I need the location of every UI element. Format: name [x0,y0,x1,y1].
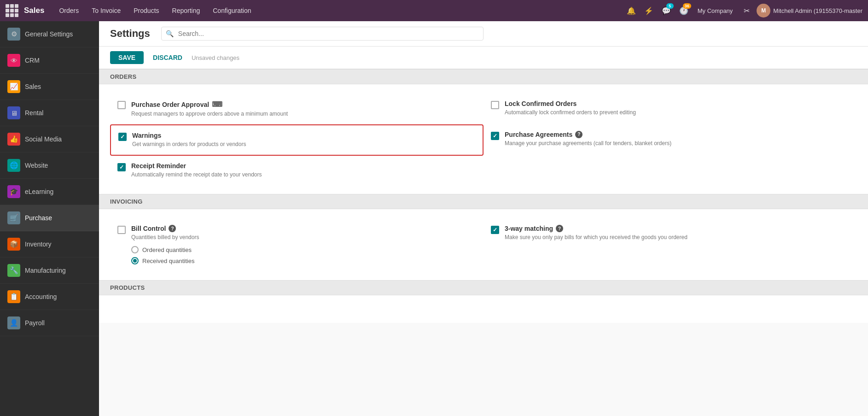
checkbox-purchase-agreements[interactable] [491,132,499,140]
nav-reporting[interactable]: Reporting [167,0,206,21]
setting-text-purchase-order-approval: Purchase Order Approval ⌨ Request manage… [131,100,288,118]
avatar: M [757,4,770,18]
sidebar-label-website: Website [25,162,48,169]
checkbox-lock-confirmed-orders[interactable] [491,101,499,109]
setting-desc-receipt-reminder: Automatically remind the receipt date to… [131,171,262,179]
company-name: My Company [698,7,733,14]
sidebar-item-accounting[interactable]: 📋 Accounting [0,284,99,310]
sidebar-item-payroll[interactable]: 👤 Payroll [0,310,99,336]
setting-title-warnings: Warnings [132,132,161,139]
sidebar-icon-payroll: 👤 [7,316,20,329]
settings-content: Orders Purchase Order Approval ⌨ Request… [99,69,868,416]
content-area: Settings 🔍 SAVE DISCARD Unsaved changes … [99,21,868,416]
sidebar-icon-sales: 📈 [7,80,20,93]
products-section-body [99,295,868,323]
sidebar-icon-rental: 🖥 [7,106,20,119]
unsaved-label: Unsaved changes [192,54,239,61]
setting-sublabel-bill-control: Quantities billed by vendors [131,234,199,241]
clock-badge: 36 [683,3,691,9]
setting-lock-confirmed-orders: Lock Confirmed Orders Automatically lock… [484,94,857,124]
radio-circle-received[interactable] [131,257,139,264]
sidebar-item-purchase[interactable]: 🛒 Purchase [0,205,99,231]
nav-configuration[interactable]: Configuration [207,0,256,21]
help-icon-three-way-matching[interactable]: ? [556,225,563,232]
setting-warnings: Warnings Get warnings in orders for prod… [110,124,484,156]
sidebar-icon-general-settings: ⚙ [7,28,20,41]
setting-text-bill-control: Bill Control ? Quantities billed by vend… [131,225,199,264]
setting-title-lock-confirmed-orders: Lock Confirmed Orders [505,100,577,107]
sidebar-item-manufacturing[interactable]: 🔧 Manufacturing [0,258,99,284]
nav-to-invoice[interactable]: To Invoice [86,0,126,21]
settings-header: Settings 🔍 [99,21,868,47]
sidebar-label-accounting: Accounting [25,293,57,300]
sidebar-label-purchase: Purchase [25,214,52,222]
sidebar-item-crm[interactable]: 👁 CRM [0,47,99,74]
products-section-header: Products [99,280,868,295]
checkbox-bill-control[interactable] [117,226,126,234]
page-title: Settings [110,28,150,40]
sidebar-item-social-media[interactable]: 👍 Social Media [0,126,99,152]
sidebar-icon-social-media: 👍 [7,133,20,146]
main-layout: ⚙ General Settings 👁 CRM 📈 Sales 🖥 Renta… [0,21,868,416]
sidebar-item-sales[interactable]: 📈 Sales [0,74,99,100]
radio-ordered-quantities[interactable]: Ordered quantities [131,246,199,253]
setting-bill-control: Bill Control ? Quantities billed by vend… [110,218,484,271]
sidebar-item-inventory[interactable]: 📦 Inventory [0,231,99,258]
setting-title-receipt-reminder: Receipt Reminder [131,162,186,170]
search-wrapper: 🔍 [161,27,484,41]
setting-title-purchase-agreements: Purchase Agreements [505,131,572,138]
checkbox-three-way-matching[interactable] [491,226,499,234]
sidebar-icon-accounting: 📋 [7,290,20,303]
sidebar-icon-crm: 👁 [7,54,20,67]
activity-icon[interactable]: ⚡ [641,3,656,18]
setting-desc-purchase-order-approval: Request managers to approve orders above… [131,110,288,118]
bell-icon[interactable]: 🔔 [624,3,639,18]
bill-control-radio-group: Ordered quantities Received quantities [131,246,199,264]
sidebar-item-elearning[interactable]: 🎓 eLearning [0,179,99,205]
checkbox-receipt-reminder[interactable] [117,163,126,171]
setting-text-warnings: Warnings Get warnings in orders for prod… [132,132,246,148]
action-bar: SAVE DISCARD Unsaved changes [99,47,868,69]
nav-products[interactable]: Products [128,0,164,21]
search-bar-area: 🔍 [161,27,857,41]
setting-title-purchase-order-approval: Purchase Order Approval [131,101,209,108]
help-icon-purchase-agreements[interactable]: ? [575,131,583,138]
radio-circle-ordered[interactable] [131,246,139,253]
sidebar: ⚙ General Settings 👁 CRM 📈 Sales 🖥 Renta… [0,21,99,416]
setting-purchase-agreements: Purchase Agreements ? Manage your purcha… [484,124,857,156]
sidebar-label-social-media: Social Media [25,135,62,143]
invoicing-settings-grid: Bill Control ? Quantities billed by vend… [110,218,857,271]
setting-desc-warnings: Get warnings in orders for products or v… [132,141,246,148]
setting-desc-purchase-agreements: Manage your purchase agreements (call fo… [505,140,671,147]
sidebar-icon-manufacturing: 🔧 [7,264,20,277]
user-menu[interactable]: M Mitchell Admin (19155370-master [757,4,862,18]
sidebar-label-inventory: Inventory [25,240,52,248]
nav-orders[interactable]: Orders [53,0,84,21]
search-input[interactable] [161,27,484,41]
sidebar-item-general-settings[interactable]: ⚙ General Settings [0,21,99,47]
radio-label-ordered: Ordered quantities [142,246,192,253]
chat-icon[interactable]: 💬 5 [659,3,674,18]
sidebar-item-website[interactable]: 🌐 Website [0,152,99,179]
top-nav: Sales Orders To Invoice Products Reporti… [0,0,868,21]
setting-desc-three-way-matching: Make sure you only pay bills for which y… [505,234,687,241]
sidebar-item-rental[interactable]: 🖥 Rental [0,100,99,126]
app-grid-icon[interactable] [6,4,18,17]
app-name: Sales [24,6,44,15]
setting-desc-lock-confirmed-orders: Automatically lock confirmed orders to p… [505,109,636,117]
radio-received-quantities[interactable]: Received quantities [131,257,199,264]
orders-section-body: Purchase Order Approval ⌨ Request manage… [99,84,868,194]
discard-button[interactable]: DISCARD [149,51,186,64]
save-button[interactable]: SAVE [110,51,144,64]
sidebar-icon-inventory: 📦 [7,238,20,251]
user-name: Mitchell Admin (19155370-master [773,7,862,14]
checkbox-warnings[interactable] [118,133,127,141]
radio-label-received: Received quantities [142,258,194,264]
checkbox-purchase-order-approval[interactable] [117,101,126,109]
clock-icon[interactable]: 🕐 36 [676,3,691,18]
orders-settings-grid: Purchase Order Approval ⌨ Request manage… [110,94,857,185]
help-icon-bill-control[interactable]: ? [169,225,176,232]
scissors-icon[interactable]: ✂ [739,3,754,18]
keyboard-icon: ⌨ [212,100,222,109]
nav-icons-group: 🔔 ⚡ 💬 5 🕐 36 My Company ✂ M Mitchell Adm… [624,3,862,18]
